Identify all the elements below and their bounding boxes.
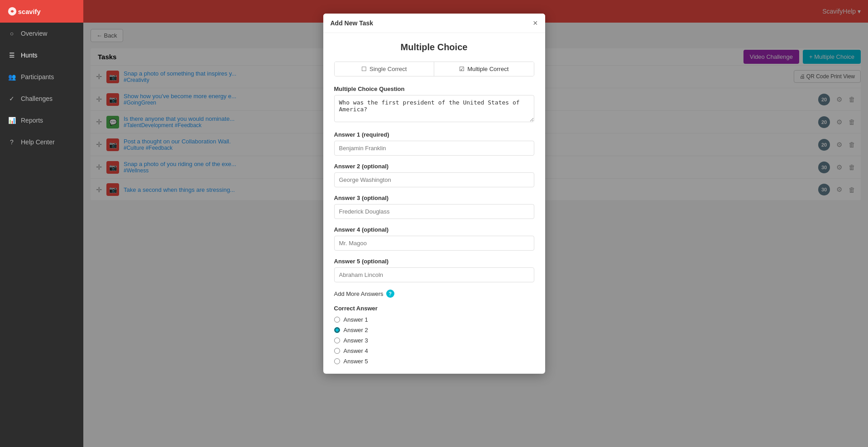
sidebar-item-participants-label: Participants <box>21 73 54 81</box>
correct-answer-section: Correct Answer Answer 1 Answer 2 Answer … <box>334 305 534 365</box>
menu-icon: ☰ <box>7 51 16 60</box>
question-label: Multiple Choice Question <box>334 86 534 92</box>
radio-label-1: Answer 1 <box>344 316 368 323</box>
sidebar-item-reports[interactable]: 📊 Reports <box>0 109 83 131</box>
radio-input-4[interactable] <box>334 348 340 354</box>
radio-item-4[interactable]: Answer 4 <box>334 347 534 354</box>
modal-main-title: Multiple Choice <box>334 42 534 52</box>
answer-group-4: Answer 4 (optional) <box>334 226 534 251</box>
sidebar-item-challenges-label: Challenges <box>21 95 53 102</box>
answer-label-5: Answer 5 (optional) <box>334 258 534 265</box>
radio-label-4: Answer 4 <box>344 347 368 354</box>
sidebar-item-help-center[interactable]: ? Help Center <box>0 131 83 153</box>
modal-close-button[interactable]: × <box>533 19 538 27</box>
sidebar-item-challenges[interactable]: ✓ Challenges <box>0 88 83 109</box>
modal-header: Add New Task × <box>323 14 545 33</box>
tab-multiple-correct[interactable]: ☑ Multiple Correct <box>434 62 534 76</box>
radio-label-5: Answer 5 <box>344 358 368 365</box>
answer-input-2[interactable] <box>334 172 534 187</box>
answer-fields: Answer 1 (required) Answer 2 (optional) … <box>334 131 534 282</box>
check-circle-icon: ✓ <box>7 94 16 103</box>
add-more-answers[interactable]: Add More Answers ? <box>334 290 534 298</box>
answer-input-5[interactable] <box>334 267 534 282</box>
sidebar-item-overview-label: Overview <box>21 30 47 37</box>
main-content: ScavifyHelp ▾ ← Back Video Challenge + M… <box>83 0 868 447</box>
modal-dialog: Add New Task × Multiple Choice ☐ Single … <box>323 14 545 374</box>
bar-chart-icon: 📊 <box>7 116 16 125</box>
sidebar-item-reports-label: Reports <box>21 117 43 124</box>
sidebar-item-hunts[interactable]: ☰ Hunts <box>0 44 83 66</box>
svg-text:scavify: scavify <box>18 8 41 15</box>
logo: scavify <box>0 0 83 23</box>
modal-header-title: Add New Task <box>331 19 374 27</box>
tab-multiple-correct-label: Multiple Correct <box>467 66 508 72</box>
tab-single-correct-label: Single Correct <box>369 66 407 72</box>
radio-input-3[interactable] <box>334 338 340 343</box>
radio-item-3[interactable]: Answer 3 <box>334 337 534 344</box>
radio-item-1[interactable]: Answer 1 <box>334 316 534 323</box>
correct-answer-title: Correct Answer <box>334 305 534 312</box>
single-correct-icon: ☐ <box>361 66 367 72</box>
multiple-correct-icon: ☑ <box>459 66 465 72</box>
modal-body: Multiple Choice ☐ Single Correct ☑ Multi… <box>323 33 545 374</box>
radio-group: Answer 1 Answer 2 Answer 3 Answer 4 Answ… <box>334 316 534 365</box>
answer-group-1: Answer 1 (required) <box>334 131 534 156</box>
answer-group-2: Answer 2 (optional) <box>334 163 534 187</box>
radio-input-1[interactable] <box>334 317 340 323</box>
sidebar-item-help-center-label: Help Center <box>21 138 55 146</box>
sidebar-item-participants[interactable]: 👥 Participants <box>0 66 83 88</box>
answer-group-3: Answer 3 (optional) <box>334 195 534 219</box>
radio-label-2: Answer 2 <box>344 327 368 333</box>
circle-icon: ○ <box>7 29 16 38</box>
add-more-badge: ? <box>386 290 394 298</box>
sidebar-item-hunts-label: Hunts <box>21 52 38 59</box>
radio-item-2[interactable]: Answer 2 <box>334 327 534 333</box>
question-group: Multiple Choice Question Who was the fir… <box>334 86 534 124</box>
tab-single-correct[interactable]: ☐ Single Correct <box>335 62 435 76</box>
add-more-label: Add More Answers <box>334 290 384 297</box>
answer-label-1: Answer 1 (required) <box>334 131 534 138</box>
answer-label-4: Answer 4 (optional) <box>334 226 534 233</box>
question-textarea[interactable]: Who was the first president of the Unite… <box>334 95 534 122</box>
answer-input-4[interactable] <box>334 236 534 251</box>
tabs: ☐ Single Correct ☑ Multiple Correct <box>334 62 534 76</box>
radio-label-3: Answer 3 <box>344 337 368 344</box>
answer-label-3: Answer 3 (optional) <box>334 195 534 201</box>
people-icon: 👥 <box>7 72 16 81</box>
sidebar: scavify ○ Overview ☰ Hunts 👥 Participant… <box>0 0 83 447</box>
answer-label-2: Answer 2 (optional) <box>334 163 534 170</box>
answer-input-1[interactable] <box>334 141 534 156</box>
answer-group-5: Answer 5 (optional) <box>334 258 534 282</box>
answer-input-3[interactable] <box>334 204 534 219</box>
question-icon: ? <box>7 138 16 147</box>
radio-input-5[interactable] <box>334 358 340 364</box>
radio-input-2[interactable] <box>334 327 340 333</box>
radio-item-5[interactable]: Answer 5 <box>334 358 534 365</box>
modal-overlay: Add New Task × Multiple Choice ☐ Single … <box>83 0 868 447</box>
sidebar-item-overview[interactable]: ○ Overview <box>0 23 83 44</box>
